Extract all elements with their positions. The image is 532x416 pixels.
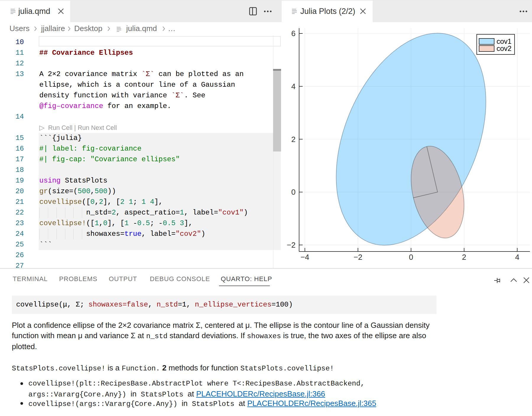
svg-text:2: 2 (291, 135, 296, 144)
svg-text:0: 0 (409, 253, 413, 262)
svg-text:−4: −4 (301, 253, 309, 262)
svg-text:0: 0 (291, 188, 296, 196)
svg-text:−2: −2 (353, 253, 362, 262)
svg-text:4: 4 (291, 82, 296, 91)
svg-text:cov1: cov1 (497, 37, 512, 45)
svg-text:−2: −2 (287, 241, 296, 249)
svg-text:cov2: cov2 (497, 44, 512, 52)
svg-text:6: 6 (291, 29, 296, 38)
svg-text:4: 4 (515, 253, 519, 262)
svg-text:2: 2 (462, 253, 466, 262)
